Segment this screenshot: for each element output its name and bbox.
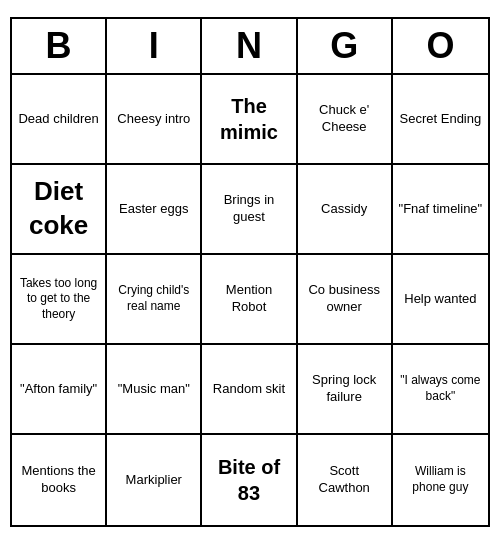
- bingo-cell-24[interactable]: William is phone guy: [393, 435, 488, 525]
- bingo-cell-19[interactable]: "I always come back": [393, 345, 488, 435]
- bingo-cell-20[interactable]: Mentions the books: [12, 435, 107, 525]
- bingo-cell-3[interactable]: Chuck e' Cheese: [298, 75, 393, 165]
- bingo-cell-14[interactable]: Help wanted: [393, 255, 488, 345]
- bingo-cell-18[interactable]: Spring lock failure: [298, 345, 393, 435]
- bingo-letter-g: G: [298, 19, 393, 73]
- bingo-cell-1[interactable]: Cheesy intro: [107, 75, 202, 165]
- bingo-cell-17[interactable]: Random skit: [202, 345, 297, 435]
- bingo-card: BINGO Dead childrenCheesy introThe mimic…: [10, 17, 490, 527]
- bingo-cell-11[interactable]: Crying child's real name: [107, 255, 202, 345]
- bingo-cell-2[interactable]: The mimic: [202, 75, 297, 165]
- bingo-cell-0[interactable]: Dead children: [12, 75, 107, 165]
- bingo-grid: Dead childrenCheesy introThe mimicChuck …: [12, 75, 488, 525]
- bingo-cell-13[interactable]: Co business owner: [298, 255, 393, 345]
- bingo-cell-16[interactable]: "Music man": [107, 345, 202, 435]
- bingo-letter-i: I: [107, 19, 202, 73]
- bingo-cell-23[interactable]: Scott Cawthon: [298, 435, 393, 525]
- bingo-cell-22[interactable]: Bite of 83: [202, 435, 297, 525]
- bingo-letter-b: B: [12, 19, 107, 73]
- bingo-cell-12[interactable]: Mention Robot: [202, 255, 297, 345]
- bingo-cell-4[interactable]: Secret Ending: [393, 75, 488, 165]
- bingo-cell-9[interactable]: "Fnaf timeline": [393, 165, 488, 255]
- bingo-cell-6[interactable]: Easter eggs: [107, 165, 202, 255]
- bingo-cell-10[interactable]: Takes too long to get to the theory: [12, 255, 107, 345]
- bingo-letter-o: O: [393, 19, 488, 73]
- bingo-cell-8[interactable]: Cassidy: [298, 165, 393, 255]
- bingo-cell-7[interactable]: Brings in guest: [202, 165, 297, 255]
- bingo-cell-5[interactable]: Diet coke: [12, 165, 107, 255]
- bingo-cell-15[interactable]: "Afton family": [12, 345, 107, 435]
- bingo-letter-n: N: [202, 19, 297, 73]
- bingo-header: BINGO: [12, 19, 488, 75]
- bingo-cell-21[interactable]: Markiplier: [107, 435, 202, 525]
